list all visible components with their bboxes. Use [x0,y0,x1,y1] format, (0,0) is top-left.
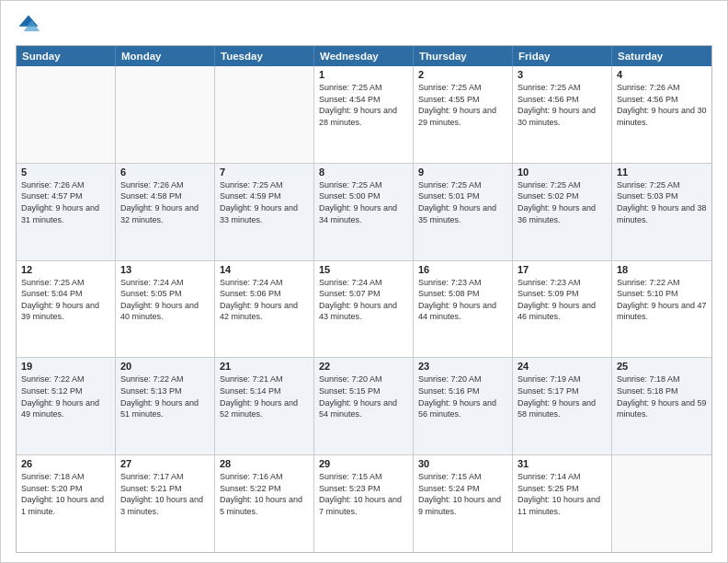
calendar-cell [17,66,116,163]
day-info: Sunrise: 7:23 AMSunset: 5:09 PMDaylight:… [518,277,607,323]
calendar-header-row: SundayMondayTuesdayWednesdayThursdayFrid… [17,46,711,66]
calendar-cell: 10Sunrise: 7:25 AMSunset: 5:02 PMDayligh… [513,164,612,260]
day-info: Sunrise: 7:25 AMSunset: 5:04 PMDaylight:… [21,277,110,323]
calendar-week-row: 19Sunrise: 7:22 AMSunset: 5:12 PMDayligh… [17,357,711,454]
day-number: 12 [21,264,110,275]
calendar: SundayMondayTuesdayWednesdayThursdayFrid… [16,45,712,553]
logo [16,12,45,38]
calendar-cell: 4Sunrise: 7:26 AMSunset: 4:56 PMDaylight… [612,66,711,163]
calendar-cell: 31Sunrise: 7:14 AMSunset: 5:25 PMDayligh… [513,455,612,552]
calendar-week-row: 1Sunrise: 7:25 AMSunset: 4:54 PMDaylight… [17,66,711,163]
day-info: Sunrise: 7:25 AMSunset: 4:59 PMDaylight:… [220,179,309,225]
day-info: Sunrise: 7:26 AMSunset: 4:58 PMDaylight:… [120,179,210,225]
calendar-header-cell: Wednesday [314,46,414,66]
calendar-cell: 17Sunrise: 7:23 AMSunset: 5:09 PMDayligh… [513,261,612,358]
day-info: Sunrise: 7:24 AMSunset: 5:05 PMDaylight:… [120,277,210,323]
day-number: 6 [120,167,210,178]
calendar-week-row: 12Sunrise: 7:25 AMSunset: 5:04 PMDayligh… [17,260,711,358]
day-info: Sunrise: 7:25 AMSunset: 5:03 PMDaylight:… [617,179,707,225]
calendar-cell: 18Sunrise: 7:22 AMSunset: 5:10 PMDayligh… [612,261,711,358]
day-number: 15 [319,264,408,275]
calendar-cell [116,66,215,163]
day-number: 5 [21,167,110,178]
header [16,12,712,38]
day-info: Sunrise: 7:14 AMSunset: 5:25 PMDaylight:… [518,471,607,517]
day-info: Sunrise: 7:22 AMSunset: 5:10 PMDaylight:… [617,277,707,323]
calendar-cell: 27Sunrise: 7:17 AMSunset: 5:21 PMDayligh… [116,455,215,552]
day-number: 24 [518,361,607,372]
day-info: Sunrise: 7:19 AMSunset: 5:17 PMDaylight:… [518,373,607,419]
day-info: Sunrise: 7:25 AMSunset: 5:00 PMDaylight:… [319,179,408,225]
calendar-cell: 30Sunrise: 7:15 AMSunset: 5:24 PMDayligh… [414,455,513,552]
day-info: Sunrise: 7:24 AMSunset: 5:07 PMDaylight:… [319,277,408,323]
day-number: 28 [220,458,309,469]
calendar-cell: 2Sunrise: 7:25 AMSunset: 4:55 PMDaylight… [414,66,513,163]
day-info: Sunrise: 7:20 AMSunset: 5:16 PMDaylight:… [418,373,507,419]
day-info: Sunrise: 7:18 AMSunset: 5:18 PMDaylight:… [617,373,707,419]
calendar-cell: 29Sunrise: 7:15 AMSunset: 5:23 PMDayligh… [314,455,414,552]
day-number: 21 [220,361,309,372]
day-info: Sunrise: 7:22 AMSunset: 5:12 PMDaylight:… [21,373,110,419]
day-info: Sunrise: 7:25 AMSunset: 5:01 PMDaylight:… [418,179,507,225]
calendar-week-row: 5Sunrise: 7:26 AMSunset: 4:57 PMDaylight… [17,163,711,260]
calendar-cell: 13Sunrise: 7:24 AMSunset: 5:05 PMDayligh… [116,261,215,358]
day-info: Sunrise: 7:25 AMSunset: 4:55 PMDaylight:… [418,82,507,128]
calendar-cell: 24Sunrise: 7:19 AMSunset: 5:17 PMDayligh… [513,358,612,454]
calendar-cell: 26Sunrise: 7:18 AMSunset: 5:20 PMDayligh… [17,455,116,552]
calendar-cell: 7Sunrise: 7:25 AMSunset: 4:59 PMDaylight… [215,164,314,260]
day-number: 23 [418,361,507,372]
calendar-header-cell: Tuesday [215,46,314,66]
calendar-cell: 22Sunrise: 7:20 AMSunset: 5:15 PMDayligh… [314,358,414,454]
day-number: 1 [319,69,408,80]
day-info: Sunrise: 7:21 AMSunset: 5:14 PMDaylight:… [220,373,309,419]
day-number: 3 [518,69,607,80]
calendar-header-cell: Saturday [612,46,711,66]
day-info: Sunrise: 7:18 AMSunset: 5:20 PMDaylight:… [21,471,110,517]
day-number: 18 [617,264,707,275]
calendar-cell: 28Sunrise: 7:16 AMSunset: 5:22 PMDayligh… [215,455,314,552]
page: SundayMondayTuesdayWednesdayThursdayFrid… [0,0,728,563]
day-number: 13 [120,264,210,275]
calendar-cell: 25Sunrise: 7:18 AMSunset: 5:18 PMDayligh… [612,358,711,454]
calendar-cell: 5Sunrise: 7:26 AMSunset: 4:57 PMDaylight… [17,164,116,260]
day-number: 31 [518,458,607,469]
day-info: Sunrise: 7:22 AMSunset: 5:13 PMDaylight:… [120,373,210,419]
day-number: 7 [220,167,309,178]
calendar-cell: 23Sunrise: 7:20 AMSunset: 5:16 PMDayligh… [414,358,513,454]
calendar-cell: 11Sunrise: 7:25 AMSunset: 5:03 PMDayligh… [612,164,711,260]
calendar-header-cell: Friday [513,46,612,66]
day-number: 26 [21,458,110,469]
day-number: 19 [21,361,110,372]
day-number: 20 [120,361,210,372]
calendar-cell: 8Sunrise: 7:25 AMSunset: 5:00 PMDaylight… [314,164,414,260]
calendar-cell: 12Sunrise: 7:25 AMSunset: 5:04 PMDayligh… [17,261,116,358]
calendar-week-row: 26Sunrise: 7:18 AMSunset: 5:20 PMDayligh… [17,454,711,552]
day-number: 27 [120,458,210,469]
day-number: 29 [319,458,408,469]
calendar-cell: 20Sunrise: 7:22 AMSunset: 5:13 PMDayligh… [116,358,215,454]
day-info: Sunrise: 7:24 AMSunset: 5:06 PMDaylight:… [220,277,309,323]
day-info: Sunrise: 7:26 AMSunset: 4:56 PMDaylight:… [617,82,707,128]
day-number: 9 [418,167,507,178]
day-number: 11 [617,167,707,178]
calendar-body: 1Sunrise: 7:25 AMSunset: 4:54 PMDaylight… [17,66,711,552]
day-number: 30 [418,458,507,469]
day-number: 2 [418,69,507,80]
calendar-cell: 6Sunrise: 7:26 AMSunset: 4:58 PMDaylight… [116,164,215,260]
calendar-cell: 15Sunrise: 7:24 AMSunset: 5:07 PMDayligh… [314,261,414,358]
day-info: Sunrise: 7:20 AMSunset: 5:15 PMDaylight:… [319,373,408,419]
day-info: Sunrise: 7:26 AMSunset: 4:57 PMDaylight:… [21,179,110,225]
day-number: 10 [518,167,607,178]
calendar-cell: 14Sunrise: 7:24 AMSunset: 5:06 PMDayligh… [215,261,314,358]
logo-icon [16,12,41,38]
calendar-cell: 19Sunrise: 7:22 AMSunset: 5:12 PMDayligh… [17,358,116,454]
calendar-cell: 21Sunrise: 7:21 AMSunset: 5:14 PMDayligh… [215,358,314,454]
calendar-cell: 3Sunrise: 7:25 AMSunset: 4:56 PMDaylight… [513,66,612,163]
day-info: Sunrise: 7:15 AMSunset: 5:24 PMDaylight:… [418,471,507,517]
day-number: 17 [518,264,607,275]
calendar-cell: 1Sunrise: 7:25 AMSunset: 4:54 PMDaylight… [314,66,414,163]
day-info: Sunrise: 7:16 AMSunset: 5:22 PMDaylight:… [220,471,309,517]
calendar-header-cell: Monday [116,46,215,66]
day-number: 16 [418,264,507,275]
day-info: Sunrise: 7:15 AMSunset: 5:23 PMDaylight:… [319,471,408,517]
